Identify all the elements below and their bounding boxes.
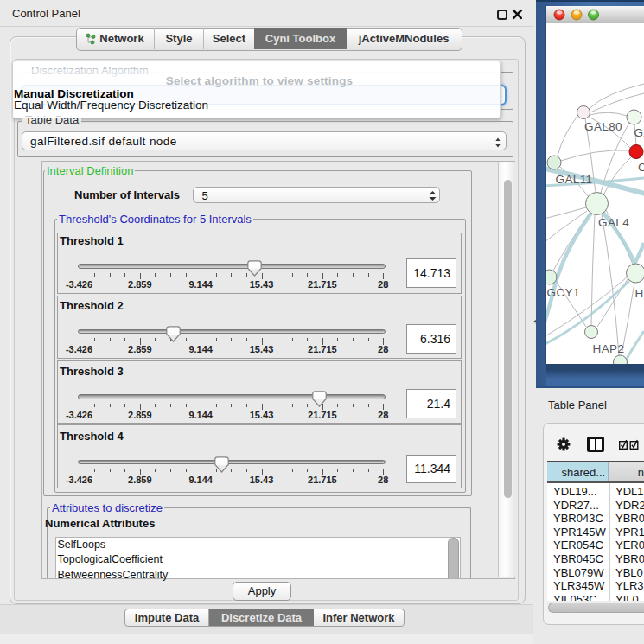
svg-text:GAL80: GAL80: [584, 120, 622, 133]
svg-text:C: C: [638, 161, 644, 174]
svg-text:HAP2: HAP2: [593, 342, 625, 355]
svg-text:GA: GA: [634, 126, 644, 139]
svg-text:H: H: [635, 287, 644, 300]
svg-text:GAL4: GAL4: [598, 216, 629, 229]
svg-text:GCY1: GCY1: [547, 286, 580, 299]
svg-text:GAL11: GAL11: [556, 173, 593, 186]
